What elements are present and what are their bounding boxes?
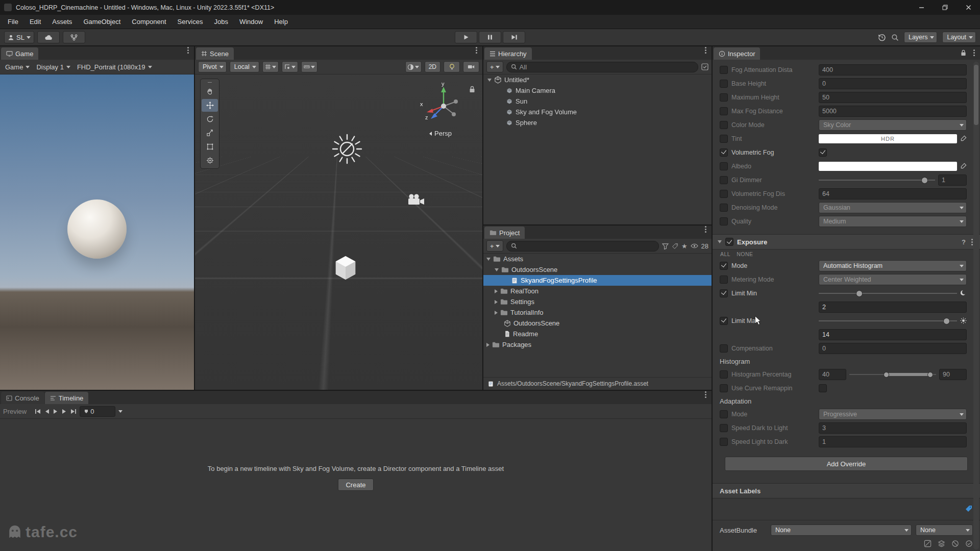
panel-menu-icon[interactable]: [187, 49, 189, 51]
2d-toggle-button[interactable]: 2D: [425, 61, 440, 72]
menu-item-edit[interactable]: Edit: [24, 15, 46, 29]
scene-viewport[interactable]: y x z Persp: [195, 74, 482, 390]
menu-item-file[interactable]: File: [2, 15, 24, 29]
tab-timeline[interactable]: Timeline: [45, 392, 89, 404]
override-checkbox[interactable]: [720, 438, 728, 446]
camera-gizmo[interactable]: [406, 193, 425, 207]
tab-project[interactable]: Project: [484, 227, 525, 239]
check-circle-icon[interactable]: [965, 540, 973, 547]
scene-lighting-toggle[interactable]: [444, 61, 460, 72]
no-preview-icon[interactable]: [924, 540, 932, 547]
menu-item-window[interactable]: Window: [234, 15, 268, 29]
close-button[interactable]: [957, 0, 980, 15]
override-checkbox[interactable]: [720, 66, 728, 74]
hierarchy-search-input[interactable]: All: [506, 62, 698, 72]
override-checkbox[interactable]: [720, 107, 728, 115]
timeline-options-chevron-icon[interactable]: [118, 410, 122, 413]
override-checkbox[interactable]: [720, 344, 728, 353]
goto-start-icon[interactable]: [35, 409, 41, 414]
hierarchy-item-sun[interactable]: Sun: [483, 96, 712, 107]
shading-mode-button[interactable]: [405, 61, 422, 72]
menu-item-assets[interactable]: Assets: [46, 15, 78, 29]
game-view-dropdown[interactable]: Game: [3, 62, 31, 72]
project-row-assets[interactable]: Assets: [483, 254, 712, 264]
tab-scene[interactable]: Scene: [196, 47, 234, 60]
project-row-outdoorsscene-asset[interactable]: OutdoorsScene: [483, 318, 712, 329]
project-row-settings[interactable]: Settings: [483, 296, 712, 307]
foldout-icon[interactable]: [495, 289, 498, 293]
hierarchy-item-sky-fog-volume[interactable]: Sky and Fog Volume: [483, 107, 712, 117]
adaptation-mode-dropdown[interactable]: Progressive: [819, 409, 967, 420]
assetbundle-dropdown[interactable]: None: [771, 524, 912, 536]
search-icon[interactable]: [891, 34, 899, 41]
override-checkbox[interactable]: [720, 289, 728, 297]
view-hand-tool[interactable]: [202, 85, 218, 98]
scene-root-row[interactable]: Untitled*: [483, 74, 712, 85]
account-button[interactable]: SL: [4, 31, 34, 43]
eyedropper-icon[interactable]: [960, 135, 967, 142]
project-row-realtoon[interactable]: RealToon: [483, 286, 712, 296]
project-row-packages[interactable]: Packages: [483, 339, 712, 350]
asset-labels-header[interactable]: Asset Labels: [713, 483, 980, 498]
goto-end-icon[interactable]: [70, 409, 77, 414]
foldout-icon[interactable]: [487, 79, 492, 82]
favorites-star-icon[interactable]: ★: [681, 242, 688, 250]
limit-max-slider[interactable]: [819, 316, 957, 326]
metering-mode-dropdown[interactable]: Center Weighted: [819, 274, 967, 285]
limit-min-slider[interactable]: [819, 288, 957, 298]
value-field[interactable]: 64: [819, 188, 967, 199]
color-mode-dropdown[interactable]: Sky Color: [819, 119, 967, 131]
panel-menu-icon[interactable]: [705, 49, 706, 51]
layout-dropdown[interactable]: Layout: [942, 32, 976, 43]
quality-dropdown[interactable]: Medium: [819, 216, 967, 227]
scale-tool[interactable]: [202, 127, 218, 139]
handle-orientation-dropdown[interactable]: Local: [230, 61, 259, 72]
create-timeline-button[interactable]: Create: [338, 479, 373, 491]
override-checkbox[interactable]: [720, 384, 728, 392]
foldout-icon[interactable]: [486, 258, 491, 261]
perspective-toggle[interactable]: Persp: [429, 130, 452, 137]
project-row-tutorialinfo[interactable]: TutorialInfo: [483, 307, 712, 318]
next-frame-icon[interactable]: [62, 409, 67, 414]
rect-tool[interactable]: [202, 140, 218, 153]
blocked-icon[interactable]: [951, 540, 959, 547]
hidden-count-eye-icon[interactable]: [691, 243, 698, 248]
hierarchy-item-sphere[interactable]: Sphere: [483, 117, 712, 128]
override-checkbox[interactable]: [720, 80, 728, 88]
value-field[interactable]: 5000: [819, 106, 967, 117]
component-menu-icon[interactable]: [971, 241, 973, 243]
transform-tool[interactable]: [202, 154, 218, 167]
search-by-label-icon[interactable]: [672, 243, 678, 249]
eyedropper-icon[interactable]: [960, 163, 967, 169]
grid-snap-button[interactable]: [262, 61, 279, 72]
add-override-button[interactable]: Add Override: [725, 457, 968, 471]
override-checkbox[interactable]: [720, 317, 728, 325]
override-checkbox[interactable]: [720, 262, 728, 270]
limit-min-field[interactable]: 2: [819, 302, 967, 313]
menu-item-gameobject[interactable]: GameObject: [78, 15, 126, 29]
asset-label-tag-icon[interactable]: [965, 505, 973, 513]
override-checkbox[interactable]: [720, 121, 728, 129]
rotate-tool[interactable]: [202, 113, 218, 126]
foldout-icon[interactable]: [495, 300, 498, 304]
override-checkbox[interactable]: [720, 135, 728, 143]
layers-dropdown[interactable]: Layers: [904, 32, 938, 43]
tab-game[interactable]: Game: [1, 47, 38, 60]
pause-button[interactable]: [479, 31, 501, 43]
inspector-scrollbar[interactable]: [973, 62, 979, 549]
search-by-type-icon[interactable]: [662, 243, 669, 249]
previous-frame-icon[interactable]: [44, 409, 50, 414]
move-tool[interactable]: [202, 99, 218, 112]
assetbundle-variant-dropdown[interactable]: None: [916, 524, 973, 536]
override-checkbox[interactable]: [720, 176, 728, 184]
version-control-button[interactable]: [63, 31, 85, 43]
panel-menu-icon[interactable]: [973, 52, 975, 54]
cloud-button[interactable]: [37, 31, 60, 43]
step-button[interactable]: [503, 31, 525, 43]
help-icon[interactable]: ?: [962, 238, 966, 246]
tool-settings-button[interactable]: [301, 61, 317, 72]
foldout-icon[interactable]: [495, 311, 498, 315]
frame-field[interactable]: 0: [80, 406, 115, 417]
override-checkbox[interactable]: [720, 162, 728, 170]
palette-drag-handle[interactable]: [202, 81, 218, 84]
